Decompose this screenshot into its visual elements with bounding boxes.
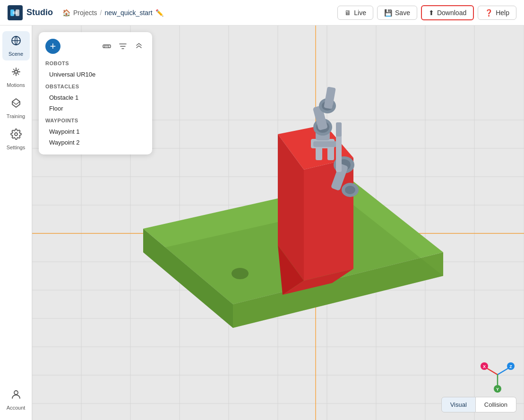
monitor-icon: 🖥 [344,9,351,17]
svg-rect-59 [336,122,342,137]
robots-section-label: ROBOTS [45,60,146,66]
account-label: Account [7,405,26,411]
filter-tool-button[interactable] [116,40,129,53]
training-label: Training [7,113,25,119]
live-button[interactable]: 🖥 Live [337,6,373,20]
main-area: Scene Motions Training [0,26,524,420]
header-actions: 🖥 Live 💾 Save ⬆ Download ❓ Help [337,5,516,20]
settings-label: Settings [7,145,26,150]
collision-mode-button[interactable]: Collision [476,397,516,412]
scene-item-obstacle1[interactable]: Obstacle 1 [45,92,146,103]
motions-label: Motions [7,82,25,88]
sidebar: Scene Motions Training [0,26,32,420]
sidebar-item-scene[interactable]: Scene [2,31,30,60]
svg-text:Z: Z [509,364,512,369]
edit-icon[interactable]: ✏️ [155,9,163,17]
svg-marker-39 [304,158,353,281]
sidebar-item-training[interactable]: Training [2,94,30,123]
scene-item-waypoint2[interactable]: Waypoint 2 [45,137,146,148]
motions-icon [10,66,22,80]
project-name: new_quick_start [104,9,152,17]
scene-item-floor[interactable]: Floor [45,103,146,114]
obstacles-section-label: OBSTACLES [45,84,146,89]
viewport-container[interactable]: + [32,26,524,420]
save-button[interactable]: 💾 Save [377,6,417,20]
svg-rect-2 [13,11,17,14]
view-toggle-bar: Visual Collision [441,397,516,412]
svg-text:Y: Y [496,387,499,392]
scene-item-robot[interactable]: Universal UR10e [45,69,146,80]
scene-panel-header: + [45,39,146,54]
svg-point-6 [14,391,18,394]
logo-area: Studio [8,5,53,20]
save-icon: 💾 [384,9,392,17]
viewport-3d[interactable]: + [32,26,524,420]
download-icon: ⬆ [429,9,434,17]
visual-mode-label: Visual [450,401,467,408]
svg-point-36 [232,268,249,279]
svg-text:X: X [483,364,486,369]
ruler-tool-button[interactable] [100,40,113,53]
scene-item-waypoint1[interactable]: Waypoint 1 [45,126,146,137]
add-object-button[interactable]: + [45,39,60,54]
breadcrumb-sep: / [100,9,102,17]
sidebar-item-motions[interactable]: Motions [2,62,30,92]
scene-panel: + [39,32,152,154]
scene-label: Scene [9,51,23,57]
breadcrumb: 🏠 Projects / new_quick_start ✏️ [62,9,163,17]
scene-tools [100,40,146,53]
svg-point-54 [345,186,355,194]
settings-icon [10,129,22,143]
waypoints-section-label: WAYPOINTS [45,118,146,123]
svg-rect-60 [103,45,111,48]
svg-point-4 [15,70,17,73]
account-icon [10,389,22,403]
collision-mode-label: Collision [484,401,507,408]
scene-icon [10,35,22,49]
svg-line-66 [486,368,498,375]
download-button[interactable]: ⬆ Download [421,5,474,20]
training-icon [10,97,22,111]
sidebar-item-account[interactable]: Account [2,385,30,414]
svg-point-5 [15,133,17,136]
svg-line-65 [498,368,509,375]
help-button[interactable]: ❓ Help [478,6,516,20]
home-icon: 🏠 [62,9,70,17]
logo-icon [8,5,23,20]
sidebar-bottom: Account [2,385,30,414]
axis-widget: Z X Y [479,356,516,394]
collapse-panel-button[interactable] [132,40,146,53]
help-icon: ❓ [485,9,493,17]
sidebar-item-settings[interactable]: Settings [2,125,30,154]
app-title: Studio [26,8,53,17]
svg-rect-58 [336,134,342,172]
svg-rect-57 [313,141,339,147]
visual-mode-button[interactable]: Visual [441,397,476,412]
projects-label[interactable]: Projects [73,9,97,17]
plus-icon: + [50,41,56,51]
header: Studio 🏠 Projects / new_quick_start ✏️ 🖥… [0,0,524,26]
